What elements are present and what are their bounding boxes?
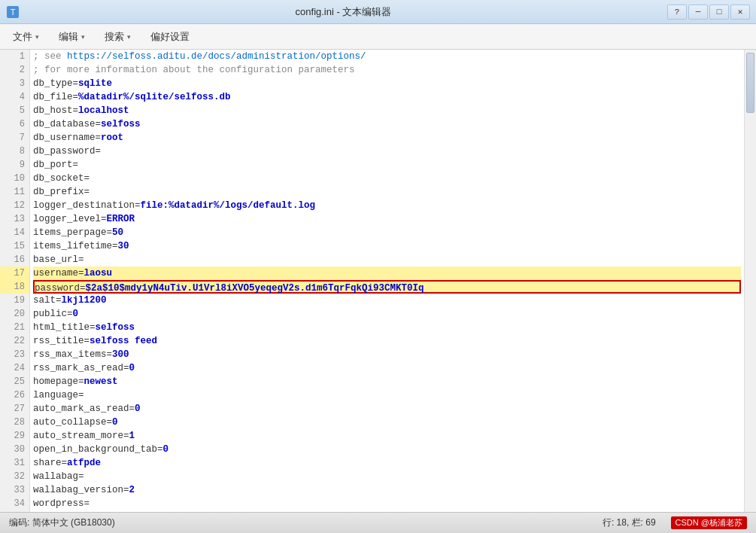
line-number: 2 (0, 63, 29, 77)
title-bar-left: T (6, 5, 20, 19)
menu-file[interactable]: 文件 ▾ (5, 27, 47, 47)
code-line[interactable]: logger_level=ERROR (33, 212, 741, 226)
status-bar: 编码: 简体中文 (GB18030) 行: 18, 栏: 69 CSDN @杨浦… (0, 512, 756, 533)
code-line[interactable]: share=atfpde (33, 456, 741, 470)
line-number: 4 (0, 90, 29, 104)
code-line[interactable]: wordpress= (33, 497, 741, 510)
code-line[interactable]: html_title=selfoss (33, 321, 741, 334)
code-line[interactable]: db_host=localhost (33, 104, 741, 117)
code-line[interactable]: db_port= (33, 158, 741, 172)
line-number: 21 (0, 321, 29, 334)
line-number: 19 (0, 294, 29, 307)
help-button[interactable]: ? (667, 5, 687, 20)
app-icon: T (6, 5, 20, 19)
code-line[interactable]: public=0 (33, 307, 741, 321)
code-line[interactable]: db_file=%datadir%/sqlite/selfoss.db (33, 90, 741, 104)
line-number: 17 (0, 266, 29, 280)
csdn-badge: CSDN @杨浦老苏 (671, 516, 747, 529)
line-number: 14 (0, 226, 29, 239)
window-controls: ? ─ □ ✕ (667, 5, 750, 20)
line-number: 9 (0, 158, 29, 172)
edit-dropdown-arrow: ▾ (81, 33, 85, 41)
code-line[interactable]: db_socket= (33, 172, 741, 185)
code-line[interactable]: rss_title=selfoss feed (33, 334, 741, 348)
line-number: 23 (0, 348, 29, 361)
code-line[interactable]: rss_mark_as_read=0 (33, 361, 741, 375)
code-line[interactable]: wallabag_version=2 (33, 483, 741, 497)
line-number: 1 (0, 50, 29, 63)
line-number: 15 (0, 239, 29, 253)
code-line[interactable]: base_url= (33, 253, 741, 266)
menu-search[interactable]: 搜索 ▾ (96, 27, 139, 47)
line-number: 24 (0, 361, 29, 375)
code-line[interactable]: auto_mark_as_read=0 (33, 402, 741, 416)
code-line[interactable]: username=laosu (33, 266, 741, 280)
code-line[interactable]: db_password= (33, 145, 741, 158)
code-line[interactable]: rss_max_items=300 (33, 348, 741, 361)
line-number: 10 (0, 172, 29, 185)
window-title: config.ini - 文本编辑器 (20, 5, 667, 19)
line-number: 33 (0, 483, 29, 497)
line-number: 16 (0, 253, 29, 266)
code-line[interactable]: password=$2a$10$mdy1yN4uTiv.U1Vrl8iXVO5y… (33, 280, 741, 294)
title-bar: T config.ini - 文本编辑器 ? ─ □ ✕ (0, 0, 756, 24)
line-number: 34 (0, 497, 29, 510)
line-number: 20 (0, 307, 29, 321)
line-numbers: 1234567891011121314151617181920212223242… (0, 50, 30, 512)
status-right: 行: 18, 栏: 69 CSDN @杨浦老苏 (603, 516, 747, 529)
code-line[interactable]: db_database=selfoss (33, 117, 741, 131)
line-number: 3 (0, 77, 29, 90)
line-number: 6 (0, 117, 29, 131)
code-line[interactable]: logger_destination=file:%datadir%/logs/d… (33, 199, 741, 212)
code-line[interactable]: language= (33, 388, 741, 402)
line-number: 28 (0, 416, 29, 429)
line-number: 29 (0, 429, 29, 443)
code-line[interactable]: wallabag= (33, 470, 741, 483)
line-number: 7 (0, 131, 29, 145)
line-number: 13 (0, 212, 29, 226)
menu-edit[interactable]: 编辑 ▾ (50, 27, 93, 47)
code-lines: ; see https://selfoss.aditu.de/docs/admi… (30, 50, 744, 510)
line-number: 18 (0, 280, 29, 294)
code-line[interactable]: db_type=sqlite (33, 77, 741, 90)
code-content[interactable]: ; see https://selfoss.aditu.de/docs/admi… (30, 50, 744, 512)
svg-text:T: T (11, 8, 16, 17)
code-line[interactable]: ; for more information about the configu… (33, 63, 741, 77)
code-line[interactable]: db_username=root (33, 131, 741, 145)
line-number: 22 (0, 334, 29, 348)
line-number: 12 (0, 199, 29, 212)
code-line[interactable]: items_lifetime=30 (33, 239, 741, 253)
minimize-button[interactable]: ─ (688, 5, 708, 20)
code-line[interactable]: ; see https://selfoss.aditu.de/docs/admi… (33, 50, 741, 63)
editor-container: 1234567891011121314151617181920212223242… (0, 50, 756, 512)
scrollbar-track[interactable] (744, 50, 756, 512)
code-line[interactable]: auto_collapse=0 (33, 416, 741, 429)
line-number: 27 (0, 402, 29, 416)
encoding-status: 编码: 简体中文 (GB18030) (9, 516, 115, 529)
line-number: 5 (0, 104, 29, 117)
line-number: 32 (0, 470, 29, 483)
line-number: 11 (0, 185, 29, 199)
file-dropdown-arrow: ▾ (35, 33, 39, 41)
line-number: 30 (0, 443, 29, 456)
scrollbar-thumb[interactable] (746, 53, 754, 113)
menu-preferences[interactable]: 偏好设置 (142, 27, 198, 47)
maximize-button[interactable]: □ (709, 5, 729, 20)
line-number: 8 (0, 145, 29, 158)
menu-bar: 文件 ▾ 编辑 ▾ 搜索 ▾ 偏好设置 (0, 24, 756, 50)
line-number: 31 (0, 456, 29, 470)
search-dropdown-arrow: ▾ (127, 33, 131, 41)
line-number: 25 (0, 375, 29, 388)
cursor-position: 行: 18, 栏: 69 (603, 516, 656, 529)
code-line[interactable]: salt=lkjl1200 (33, 294, 741, 307)
code-line[interactable]: auto_stream_more=1 (33, 429, 741, 443)
code-line[interactable]: open_in_background_tab=0 (33, 443, 741, 456)
code-line[interactable]: homepage=newest (33, 375, 741, 388)
line-number: 26 (0, 388, 29, 402)
code-line[interactable]: items_perpage=50 (33, 226, 741, 239)
code-line[interactable]: db_prefix= (33, 185, 741, 199)
close-button[interactable]: ✕ (730, 5, 750, 20)
